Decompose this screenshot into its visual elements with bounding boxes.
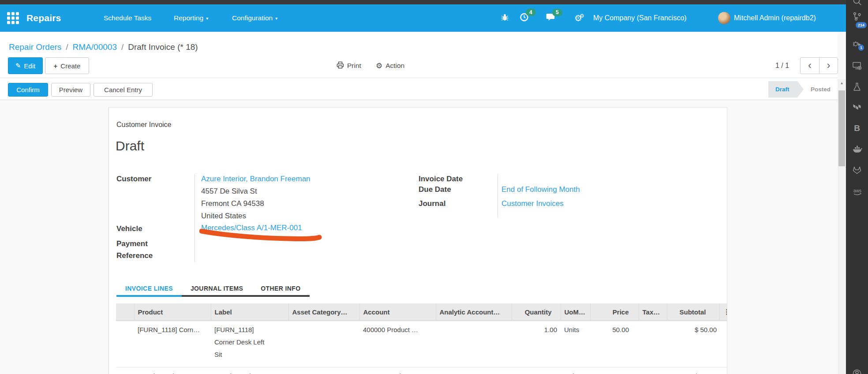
- cell-price[interactable]: 50.00: [590, 367, 639, 374]
- cell-label[interactable]: [FURN_1118] Corner Desk Left Sit: [211, 321, 288, 367]
- invoice-lines-table: Product Label Asset Category… Account An…: [116, 303, 727, 374]
- col-quantity[interactable]: Quantity: [512, 303, 561, 321]
- tab-other-info[interactable]: OTHER INFO: [252, 282, 309, 297]
- customer-link[interactable]: Azure Interior, Brandon Freeman: [201, 175, 311, 183]
- cell-tax[interactable]: [639, 367, 667, 374]
- customer-value: Azure Interior, Brandon Freeman 4557 De …: [201, 173, 311, 222]
- tab-journal-items[interactable]: JOURNAL ITEMS: [182, 282, 252, 297]
- confirm-button[interactable]: Confirm: [8, 83, 48, 97]
- docker-icon[interactable]: [852, 144, 862, 154]
- cell-account[interactable]: 400000 Product …: [359, 367, 436, 374]
- state-posted[interactable]: Posted: [811, 86, 831, 93]
- col-account[interactable]: Account: [359, 303, 436, 321]
- customer-label: Customer: [116, 173, 151, 185]
- activities-clock-icon[interactable]: 4: [520, 13, 529, 24]
- action-menu[interactable]: ⚙ Action: [376, 61, 404, 71]
- table-header-row: Product Label Asset Category… Account An…: [116, 303, 727, 321]
- pager-previous-button[interactable]: ‹: [800, 57, 819, 74]
- menu-schedule-tasks[interactable]: Schedule Tasks: [104, 14, 151, 22]
- cell-quantity[interactable]: 1.00: [512, 321, 561, 367]
- col-analytic-account[interactable]: Analytic Account…: [436, 303, 512, 321]
- cancel-entry-button[interactable]: Cancel Entry: [94, 83, 153, 97]
- cell-account[interactable]: 400000 Product …: [359, 321, 436, 367]
- cell-analytic-account[interactable]: [436, 367, 512, 374]
- col-price[interactable]: Price: [590, 303, 639, 321]
- notebook-tabs: INVOICE LINES JOURNAL ITEMS OTHER INFO: [116, 282, 310, 297]
- debug-bug-icon[interactable]: [501, 13, 509, 23]
- cell-subtotal[interactable]: $ 50.00: [667, 321, 719, 367]
- col-product[interactable]: Product: [134, 303, 211, 321]
- search-icon[interactable]: [852, 0, 862, 6]
- address-line: United States: [201, 210, 311, 222]
- source-control-badge: 214: [856, 22, 867, 28]
- chevron-left-icon: ‹: [808, 59, 812, 71]
- gitlab-icon[interactable]: [852, 165, 862, 175]
- user-avatar[interactable]: [718, 12, 730, 24]
- statusbar: Confirm Preview Cancel Entry Draft Poste…: [0, 78, 838, 100]
- preview-button[interactable]: Preview: [51, 83, 90, 97]
- col-asset-category[interactable]: Asset Category…: [288, 303, 359, 321]
- user-menu[interactable]: Mitchell Admin (repairdb2): [734, 14, 816, 22]
- cell-subtotal[interactable]: $ 50.00: [667, 367, 719, 374]
- state-draft[interactable]: Draft: [768, 81, 804, 97]
- col-subtotal[interactable]: Subtotal: [667, 303, 719, 321]
- page-scrollbar[interactable]: ▲: [838, 79, 846, 374]
- vehicle-label: Vehicle: [116, 223, 142, 235]
- menu-configuration[interactable]: Configuration▾: [232, 14, 277, 22]
- settings-gears-icon[interactable]: ⚙⚙: [574, 13, 584, 23]
- pager-count: 1 / 1: [775, 57, 789, 74]
- pager-next-button[interactable]: ›: [819, 57, 838, 74]
- letter-b-icon[interactable]: B: [852, 123, 862, 133]
- cell-asset-category[interactable]: [288, 321, 359, 367]
- activities-badge: 4: [526, 9, 536, 16]
- invoice-line-row[interactable]: Repair Services Repair Services 400000 P…: [116, 367, 727, 374]
- scrollbar-thumb[interactable]: [838, 90, 845, 166]
- col-label[interactable]: Label: [211, 303, 288, 321]
- field-divider-left: [195, 174, 195, 262]
- caret-down-icon: ▾: [206, 16, 208, 21]
- journal-link[interactable]: Customer Invoices: [501, 199, 564, 208]
- account-icon[interactable]: [852, 369, 862, 374]
- create-button[interactable]: +Create: [45, 57, 89, 74]
- cell-price[interactable]: 50.00: [590, 321, 639, 367]
- col-uom[interactable]: UoM…: [561, 303, 590, 321]
- company-switcher[interactable]: My Company (San Francisco): [593, 14, 687, 22]
- messages-chat-icon[interactable]: 5: [546, 13, 556, 23]
- run-debug-icon[interactable]: 1: [852, 39, 862, 49]
- app-brand[interactable]: Repairs: [26, 13, 61, 23]
- due-date-link[interactable]: End of Following Month: [501, 185, 580, 194]
- beaker-test-icon[interactable]: [852, 82, 862, 92]
- cell-asset-category[interactable]: [288, 367, 359, 374]
- cell-uom[interactable]: Units: [561, 321, 590, 367]
- col-tax[interactable]: Tax…: [639, 303, 667, 321]
- aws-icon[interactable]: aws: [852, 187, 862, 197]
- menu-reporting[interactable]: Reporting▾: [174, 14, 208, 22]
- cell-product[interactable]: [FURN_1118] Corn…: [134, 321, 211, 367]
- due-date-value: End of Following Month: [501, 183, 580, 196]
- edit-button[interactable]: ✎Edit: [8, 57, 43, 74]
- vehicle-link[interactable]: Mercedes/Class A/1-MER-001: [201, 224, 302, 232]
- breadcrumb-rma[interactable]: RMA/00003: [73, 42, 117, 52]
- printer-icon: [337, 61, 344, 71]
- invoice-date-label: Invoice Date: [419, 173, 463, 185]
- print-menu[interactable]: Print: [337, 61, 361, 71]
- cell-analytic-account[interactable]: [436, 321, 512, 367]
- scrollbar-up-arrow[interactable]: ▲: [838, 81, 846, 85]
- control-panel: Repair Orders/RMA/00003/Draft Invoice (*…: [0, 32, 838, 100]
- remote-monitor-icon[interactable]: [852, 61, 862, 71]
- tab-invoice-lines[interactable]: INVOICE LINES: [116, 282, 182, 297]
- source-control-icon[interactable]: 214: [852, 11, 862, 21]
- cell-uom[interactable]: Units: [561, 367, 590, 374]
- apps-menu-icon[interactable]: [7, 12, 19, 24]
- vehicle-value: Mercedes/Class A/1-MER-001: [201, 222, 302, 234]
- column-options-kebab-icon[interactable]: ⋮: [719, 303, 727, 321]
- cell-quantity[interactable]: 1.00: [512, 367, 561, 374]
- terraform-icon[interactable]: [852, 102, 862, 112]
- breadcrumb-repair-orders[interactable]: Repair Orders: [9, 42, 61, 52]
- field-divider-right: [498, 174, 498, 218]
- cell-tax[interactable]: [639, 321, 667, 367]
- cell-product[interactable]: Repair Services: [134, 367, 211, 374]
- journal-value: Customer Invoices: [501, 198, 564, 210]
- cell-label[interactable]: Repair Services: [211, 367, 288, 374]
- invoice-line-row[interactable]: [FURN_1118] Corn… [FURN_1118] Corner Des…: [116, 321, 727, 367]
